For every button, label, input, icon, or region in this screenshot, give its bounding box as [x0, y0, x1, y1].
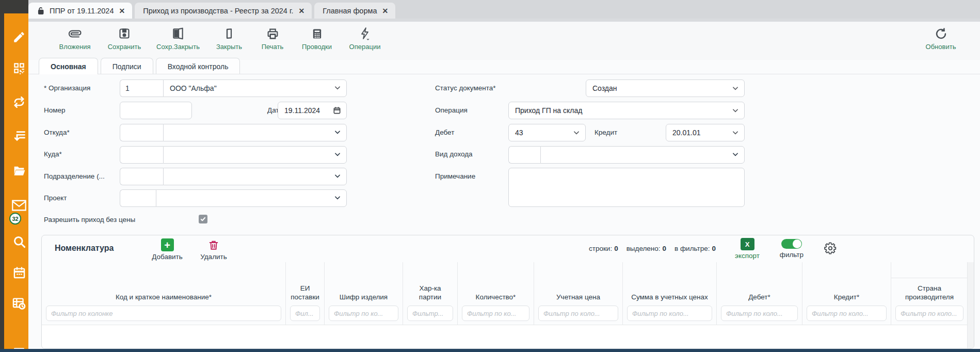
debit-select[interactable]: 43 [508, 124, 586, 141]
refresh-button[interactable]: Обновить [916, 22, 966, 51]
qr-code-icon[interactable] [10, 60, 28, 76]
income-type-field [508, 146, 745, 164]
to-select[interactable] [163, 146, 347, 164]
column-quantity: Количество* [458, 262, 534, 325]
postings-label: Проводки [302, 43, 332, 51]
column-batch: Хар-ка партии [403, 262, 458, 325]
income-type-code-input[interactable] [508, 146, 540, 164]
filter-input-quantity[interactable] [462, 306, 529, 321]
export-excel-button[interactable]: X экспорт [735, 238, 760, 260]
delete-row-button[interactable]: Удалить [191, 238, 236, 261]
lightning-icon [359, 26, 371, 41]
filter-input-country[interactable] [895, 306, 963, 321]
print-label: Печать [262, 43, 284, 51]
mail-icon[interactable] [10, 197, 28, 214]
organization-select[interactable]: ООО "Альфа" [163, 79, 347, 97]
division-select[interactable] [163, 168, 347, 185]
filter-input-batch[interactable] [407, 306, 453, 321]
from-code-input[interactable] [120, 124, 163, 141]
window-tab-registry[interactable]: Приход из производства - Реестр за 2024 … [135, 3, 312, 19]
table-vertical-scrollbar[interactable] [967, 262, 974, 348]
to-code-input[interactable] [120, 146, 163, 164]
project-select[interactable] [156, 189, 347, 207]
operations-label: Операции [349, 43, 381, 51]
form-tab-input-control[interactable]: Входной контроль [156, 58, 240, 74]
status-value: Создан [592, 84, 617, 92]
toggle-on-icon [781, 239, 802, 249]
search-icon[interactable] [10, 233, 28, 250]
filter-toggle[interactable]: фильтр [780, 239, 804, 259]
operation-select[interactable]: Приход ГП на склад [508, 102, 745, 119]
filter-input-credit[interactable] [807, 306, 887, 321]
operations-button[interactable]: Операции [340, 22, 390, 60]
edit-pencil-icon[interactable] [10, 29, 28, 45]
column-credit: Кредит* [802, 262, 891, 325]
add-row-button[interactable]: + Добавить [145, 238, 189, 261]
filter-input-supply-unit[interactable] [290, 306, 320, 321]
filter-input-code-name[interactable] [46, 306, 281, 321]
date-input[interactable]: 19.11.2024 [278, 102, 347, 119]
chevron-down-icon [732, 151, 739, 159]
filter-input-product-code[interactable] [329, 306, 398, 321]
close-button[interactable]: Закрыть [207, 22, 251, 60]
form-tab-main[interactable]: Основная [39, 58, 98, 74]
table-clock-icon[interactable] [10, 295, 28, 312]
column-label: Код и краткое наименование* [46, 293, 281, 301]
window-tab-main-form[interactable]: Главная форма ✕ [314, 3, 395, 19]
to-label: Куда* [44, 150, 62, 158]
window-tab-document[interactable]: ППР от 19.11.2024 ✕ [28, 3, 132, 19]
add-row-label: Добавить [152, 253, 183, 261]
division-field [120, 168, 347, 185]
paperclip-icon [68, 26, 82, 41]
save-close-label: Сохр.Закрыть [156, 43, 200, 51]
from-select[interactable] [163, 124, 347, 141]
form-tab-signatures[interactable]: Подписи [101, 58, 153, 74]
postings-button[interactable]: Проводки [294, 22, 340, 60]
sync-icon[interactable] [10, 94, 28, 110]
organization-field: 1 ООО "Альфа" [120, 79, 347, 97]
print-button[interactable]: Печать [251, 22, 294, 60]
table-body-empty[interactable] [42, 325, 967, 348]
calendar-field-icon[interactable] [333, 106, 341, 115]
column-label: Количество* [462, 293, 529, 301]
number-input[interactable] [120, 102, 192, 119]
save-close-button[interactable]: Сохр.Закрыть [149, 22, 207, 60]
filtered-counter: в фильтре:0 [674, 245, 716, 252]
project-code-input[interactable] [120, 189, 156, 207]
column-supply-unit: ЕИ поставки [286, 262, 325, 325]
filter-input-amount[interactable] [627, 306, 712, 321]
column-country: Страна производителя [891, 278, 968, 325]
column-label: Сумма в учетных ценах [627, 293, 712, 301]
folder-open-icon[interactable] [10, 163, 28, 179]
note-textarea[interactable] [508, 168, 745, 207]
calendar-icon[interactable] [10, 264, 28, 281]
window-tab-label: Приход из производства - Реестр за 2024 … [143, 7, 293, 15]
filter-input-debit[interactable] [721, 306, 798, 321]
bottom-status-bar [0, 349, 980, 352]
credit-select[interactable]: 20.01.01 [666, 124, 745, 141]
gear-icon[interactable] [824, 242, 837, 257]
credit-value: 20.01.01 [672, 129, 701, 137]
attachments-button[interactable]: Вложения [50, 22, 100, 60]
tab-close-icon[interactable]: ✕ [298, 7, 304, 15]
note-label: Примечание [435, 172, 475, 181]
save-button[interactable]: Сохранить [100, 22, 149, 60]
income-type-select[interactable] [540, 146, 745, 164]
chevron-down-icon [334, 151, 341, 159]
mail-badge-count: 32 [12, 216, 18, 222]
tab-close-icon[interactable]: ✕ [119, 7, 125, 15]
organization-code-input[interactable]: 1 [120, 79, 163, 97]
project-label: Проект [44, 194, 67, 202]
list-download-icon[interactable] [10, 127, 28, 144]
filter-input-book-price[interactable] [538, 306, 618, 321]
chevron-down-icon [732, 129, 739, 136]
tab-close-icon[interactable]: ✕ [382, 7, 389, 15]
window-tab-label: Главная форма [323, 7, 377, 15]
chevron-down-icon [334, 194, 341, 203]
printer-icon [266, 26, 279, 41]
status-select[interactable]: Создан [586, 79, 745, 97]
column-label: Хар-ка партии [407, 284, 453, 301]
save-label: Сохранить [108, 43, 141, 51]
allow-no-price-checkbox[interactable] [199, 215, 207, 223]
division-code-input[interactable] [120, 168, 163, 185]
